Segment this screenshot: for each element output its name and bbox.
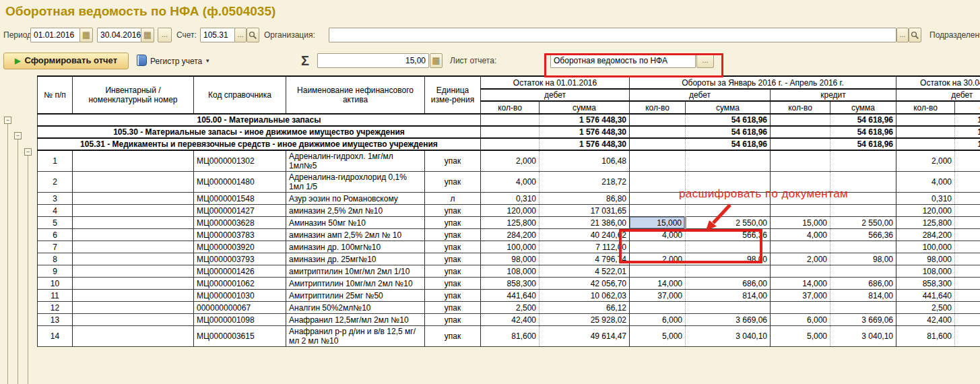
cell[interactable]: 2,500 — [896, 302, 955, 314]
cell[interactable]: 441,640 — [896, 290, 955, 302]
cell[interactable]: Амитриптилин 25мг №50 — [286, 290, 425, 302]
cell[interactable]: аминазин др. 25мг№10 — [286, 253, 425, 265]
cell[interactable]: Адреналина-гидрохлорид 0,1% 1мл 1/5 — [286, 172, 425, 193]
cell[interactable] — [686, 172, 771, 193]
cell[interactable] — [73, 217, 194, 229]
cell[interactable]: 54 618,96 — [686, 126, 771, 138]
cell[interactable]: 54 618,96 — [686, 138, 771, 150]
cell[interactable]: 5,000 — [771, 326, 830, 347]
cell[interactable] — [771, 126, 830, 138]
cell[interactable]: 1 576 448,30 — [955, 114, 980, 126]
cell[interactable]: 86,80 — [540, 193, 630, 205]
cell[interactable]: 54 618,96 — [686, 114, 771, 126]
cell[interactable]: 42,400 — [896, 314, 955, 326]
cell[interactable] — [896, 114, 955, 126]
cell[interactable]: 66,12 — [540, 302, 630, 314]
cell[interactable]: 686,00 — [686, 278, 771, 290]
cell[interactable]: 5 — [38, 217, 73, 229]
cell[interactable]: упак — [425, 278, 481, 290]
cell[interactable]: упак — [425, 150, 481, 172]
cell[interactable]: 441,640 — [481, 290, 540, 302]
cell[interactable]: 125,800 — [896, 217, 955, 229]
cell[interactable]: упак — [425, 265, 481, 278]
cell[interactable]: упак — [425, 217, 481, 229]
cell[interactable] — [955, 314, 980, 326]
cell[interactable]: МЦ0000001426 — [194, 265, 286, 278]
cell[interactable]: 1 576 448,30 — [540, 126, 630, 138]
cell[interactable]: 3 669,06 — [830, 314, 896, 326]
organization-search-button[interactable] — [909, 28, 921, 42]
cell[interactable]: 120,000 — [481, 205, 540, 217]
account-search-button[interactable] — [247, 28, 259, 42]
cell[interactable] — [955, 229, 980, 241]
cell[interactable]: аминазин др. 100мг№10 — [286, 241, 425, 253]
cell[interactable]: 98,000 — [896, 253, 955, 265]
cell[interactable]: МЦ0000001427 — [194, 205, 286, 217]
cell[interactable]: 4,000 — [896, 172, 955, 193]
cell[interactable] — [955, 193, 980, 205]
cell[interactable] — [771, 193, 830, 205]
cell[interactable]: 21 386,00 — [540, 217, 630, 229]
cell[interactable] — [955, 290, 980, 302]
cell[interactable] — [630, 241, 686, 253]
cell[interactable] — [630, 172, 686, 193]
cell[interactable] — [630, 150, 686, 172]
cell[interactable]: 12 — [38, 302, 73, 314]
cell[interactable]: 858,300 — [896, 278, 955, 290]
cell[interactable] — [73, 172, 194, 193]
cell[interactable]: МЦ0000001030 — [194, 290, 286, 302]
cell[interactable]: 6,000 — [630, 314, 686, 326]
cell[interactable]: 1 576 448,30 — [540, 114, 630, 126]
cell[interactable]: 2,500 — [481, 302, 540, 314]
account-select-button[interactable]: ... — [234, 28, 247, 42]
cell[interactable]: Анафранил 12,5мг/мл 2мл №10 — [286, 314, 425, 326]
cell[interactable] — [73, 290, 194, 302]
collapse-group-105-31-button[interactable]: − — [24, 148, 32, 156]
cell[interactable]: упак — [425, 229, 481, 241]
cell[interactable]: МЦ0000003615 — [194, 326, 286, 347]
cell[interactable] — [73, 193, 194, 205]
cell[interactable]: 566,36 — [830, 229, 896, 241]
cell[interactable] — [771, 241, 830, 253]
cell[interactable]: 98,000 — [481, 253, 540, 265]
organization-select-button[interactable]: ... — [896, 28, 909, 42]
cell[interactable]: л — [425, 193, 481, 205]
cell[interactable]: 125,800 — [481, 217, 540, 229]
cell[interactable]: Амитриптилин 10мг/мл 2мл №10 — [286, 278, 425, 290]
cell[interactable] — [771, 265, 830, 278]
cell[interactable]: 000000000067 — [194, 302, 286, 314]
cell[interactable]: МЦ0000001062 — [194, 278, 286, 290]
cell[interactable]: 6 — [38, 229, 73, 241]
cell[interactable]: 2 — [38, 172, 73, 193]
register-menu-button[interactable]: Регистр учета▼ — [137, 54, 210, 69]
cell[interactable] — [73, 326, 194, 347]
cell[interactable] — [830, 193, 896, 205]
cell[interactable]: упак — [425, 205, 481, 217]
cell[interactable] — [955, 205, 980, 217]
cell[interactable] — [771, 150, 830, 172]
cell[interactable]: 9 — [38, 265, 73, 278]
cell[interactable] — [955, 278, 980, 290]
cell[interactable] — [771, 138, 830, 150]
cell[interactable]: 686,00 — [830, 278, 896, 290]
cell[interactable]: 4,000 — [630, 229, 686, 241]
cell[interactable]: 814,00 — [686, 290, 771, 302]
cell[interactable]: 105.00 - Материальные запасы — [38, 114, 481, 126]
cell[interactable]: 40 240,62 — [540, 229, 630, 241]
sheet-select-button[interactable]: ... — [696, 53, 714, 68]
cell[interactable]: 105.31 - Медикаменты и перевязочные сред… — [38, 138, 481, 150]
period-to-calendar-button[interactable]: ▦ — [141, 28, 154, 42]
cell[interactable] — [630, 193, 686, 205]
cell[interactable]: упак — [425, 302, 481, 314]
cell[interactable]: 14 — [38, 326, 73, 347]
cell[interactable] — [830, 150, 896, 172]
cell[interactable] — [481, 114, 540, 126]
cell[interactable] — [73, 265, 194, 278]
cell[interactable] — [955, 265, 980, 278]
cell[interactable]: упак — [425, 314, 481, 326]
cell[interactable]: 14,000 — [630, 278, 686, 290]
cell[interactable]: упак — [425, 253, 481, 265]
cell[interactable]: Аминазин 50мг №10 — [286, 217, 425, 229]
cell[interactable] — [481, 126, 540, 138]
cell[interactable]: 10 — [38, 278, 73, 290]
